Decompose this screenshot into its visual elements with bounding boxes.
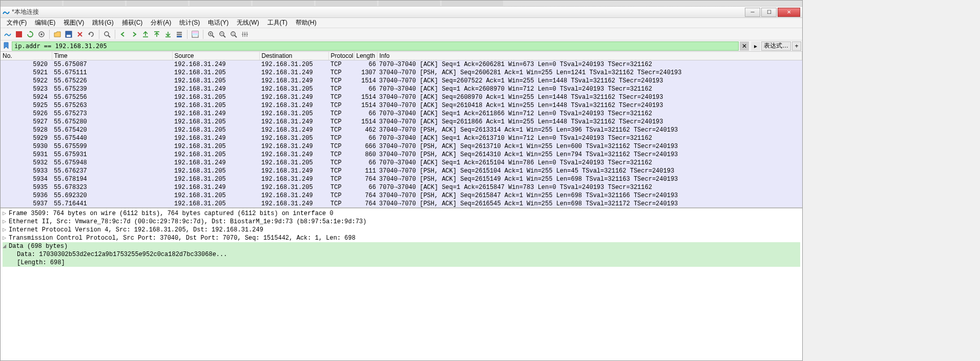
packet-row[interactable]: 592055.675087192.168.31.249192.168.31.20… — [1, 60, 802, 69]
zoom-in-button[interactable] — [206, 29, 216, 39]
menu-telephony[interactable]: 电话(Y) — [204, 17, 233, 28]
packet-row[interactable]: 593455.678194192.168.31.205192.168.31.24… — [1, 175, 802, 183]
cell-length: 1514 — [354, 93, 377, 101]
goto-packet-button[interactable] — [140, 29, 151, 39]
go-back-button[interactable] — [118, 29, 128, 39]
resize-columns-button[interactable] — [240, 29, 250, 39]
apply-filter-button[interactable]: ▸ — [751, 41, 760, 51]
close-file-button[interactable] — [75, 29, 85, 39]
column-header-protocol[interactable]: Protocol — [328, 52, 354, 60]
packet-row[interactable]: 592855.675420192.168.31.205192.168.31.24… — [1, 126, 802, 134]
menu-help[interactable]: 帮助(H) — [291, 17, 321, 28]
column-header-info[interactable]: Info — [377, 52, 802, 60]
find-packet-button[interactable] — [102, 29, 112, 39]
column-header-no[interactable]: No. — [1, 52, 52, 60]
zoom-reset-button[interactable]: 1 — [228, 29, 239, 39]
tree-tcp[interactable]: ▷Transmission Control Protocol, Src Port… — [3, 234, 800, 242]
column-header-source[interactable]: Source — [172, 52, 259, 60]
add-filter-button[interactable]: + — [792, 41, 801, 51]
zoom-out-button[interactable] — [217, 29, 227, 39]
packet-row[interactable]: 592555.675263192.168.31.205192.168.31.24… — [1, 101, 802, 110]
packet-row[interactable]: 593655.692320192.168.31.205192.168.31.24… — [1, 192, 802, 200]
collapse-icon[interactable]: ◢ — [3, 242, 9, 250]
menu-view[interactable]: 视图(V) — [59, 17, 88, 28]
packet-row[interactable]: 592955.675440192.168.31.249192.168.31.20… — [1, 134, 802, 142]
menu-analyze[interactable]: 分析(A) — [147, 17, 175, 28]
packet-row[interactable]: 592255.675226192.168.31.205192.168.31.24… — [1, 77, 802, 85]
restart-capture-button[interactable] — [25, 29, 35, 39]
menu-edit[interactable]: 编辑(E) — [31, 17, 59, 28]
filter-bookmark-icon[interactable] — [3, 42, 11, 50]
cell-info: 37040→7070 [PSH, ACK] Seq=2615104 Ack=1 … — [377, 167, 802, 175]
packet-row[interactable]: 592655.675273192.168.31.249192.168.31.20… — [1, 110, 802, 118]
packet-details-pane[interactable]: ▷Frame 3509: 764 bytes on wire (6112 bit… — [1, 208, 802, 360]
menu-tools[interactable]: 工具(T) — [263, 17, 291, 28]
clear-filter-button[interactable]: ✕ — [740, 41, 749, 51]
open-file-button[interactable] — [52, 29, 62, 39]
column-header-time[interactable]: Time — [52, 52, 172, 60]
cell-source: 192.168.31.205 — [172, 200, 259, 208]
packet-row[interactable]: 592355.675239192.168.31.249192.168.31.20… — [1, 85, 802, 93]
tree-frame[interactable]: ▷Frame 3509: 764 bytes on wire (6112 bit… — [3, 209, 800, 218]
menu-wireless[interactable]: 无线(W) — [233, 17, 263, 28]
browser-tab[interactable] — [1, 1, 62, 7]
maximize-button[interactable]: ☐ — [761, 8, 777, 17]
packet-row[interactable]: 592755.675280192.168.31.205192.168.31.24… — [1, 118, 802, 126]
tree-data[interactable]: ◢Data (698 bytes) — [3, 242, 800, 250]
browser-tab[interactable] — [190, 1, 251, 7]
browser-tab[interactable] — [316, 1, 377, 7]
reload-button[interactable] — [86, 29, 96, 39]
minimize-button[interactable]: ─ — [745, 8, 760, 17]
packet-row[interactable]: 593255.675948192.168.31.249192.168.31.20… — [1, 159, 802, 167]
goto-last-button[interactable] — [163, 29, 173, 39]
packet-row[interactable]: 593155.675931192.168.31.205192.168.31.24… — [1, 151, 802, 159]
goto-first-button[interactable] — [152, 29, 162, 39]
packet-row[interactable]: 593755.716441192.168.31.205192.168.31.24… — [1, 200, 802, 208]
expand-icon[interactable]: ▷ — [3, 209, 9, 218]
packet-row[interactable]: 593555.678323192.168.31.249192.168.31.20… — [1, 183, 802, 192]
packet-list-pane[interactable]: No. Time Source Destination Protocol Len… — [1, 52, 802, 208]
go-forward-button[interactable] — [129, 29, 139, 39]
menu-file[interactable]: 文件(F) — [3, 17, 31, 28]
capture-options-button[interactable] — [36, 29, 47, 39]
column-header-length[interactable]: Length — [354, 52, 377, 60]
cell-destination: 192.168.31.249 — [259, 175, 328, 183]
packet-row[interactable]: 593055.675599192.168.31.205192.168.31.24… — [1, 142, 802, 151]
autoscroll-button[interactable] — [174, 29, 184, 39]
menu-capture[interactable]: 捕获(C) — [118, 17, 147, 28]
cell-no: 5936 — [1, 192, 52, 200]
tree-ethernet[interactable]: ▷Ethernet II, Src: Vmware_78:9c:7d (00:0… — [3, 218, 800, 226]
cell-protocol: TCP — [328, 134, 354, 142]
packet-row[interactable]: 593355.676237192.168.31.205192.168.31.24… — [1, 167, 802, 175]
start-capture-button[interactable] — [3, 29, 13, 39]
colorize-button[interactable] — [190, 29, 200, 39]
menu-go[interactable]: 跳转(G) — [88, 17, 117, 28]
close-button[interactable]: ✕ — [778, 8, 800, 17]
menu-stats[interactable]: 统计(S) — [175, 17, 204, 28]
tree-data-hex[interactable]: Data: 17030302b53d2ec12a9b1753255e952c0c… — [3, 250, 800, 259]
stop-capture-button[interactable] — [14, 29, 24, 39]
packet-row[interactable]: 592455.675256192.168.31.205192.168.31.24… — [1, 93, 802, 101]
expand-icon[interactable]: ▷ — [3, 226, 9, 234]
display-filter-input[interactable] — [12, 41, 739, 51]
browser-tab[interactable] — [442, 1, 503, 7]
cell-time: 55.678194 — [52, 175, 172, 183]
expression-button[interactable]: 表达式… — [761, 41, 791, 51]
packet-row[interactable]: 592155.675111192.168.31.205192.168.31.24… — [1, 69, 802, 77]
browser-tab[interactable] — [127, 1, 188, 7]
save-file-button[interactable] — [64, 29, 74, 39]
column-header-destination[interactable]: Destination — [259, 52, 328, 60]
browser-tab[interactable] — [253, 1, 314, 7]
tree-ip[interactable]: ▷Internet Protocol Version 4, Src: 192.1… — [3, 226, 800, 234]
svg-rect-16 — [192, 31, 198, 33]
cell-protocol: TCP — [328, 77, 354, 85]
browser-tab[interactable] — [379, 1, 440, 7]
expand-icon[interactable]: ▷ — [3, 234, 9, 242]
browser-tab[interactable] — [64, 1, 125, 7]
expand-icon[interactable]: ▷ — [3, 218, 9, 226]
cell-info: 37040→7070 [ACK] Seq=2608970 Ack=1 Win=2… — [377, 93, 802, 101]
cell-source: 192.168.31.205 — [172, 101, 259, 110]
cell-source: 192.168.31.205 — [172, 151, 259, 159]
svg-point-7 — [105, 32, 109, 36]
tree-data-length[interactable]: [Length: 698] — [3, 259, 800, 267]
